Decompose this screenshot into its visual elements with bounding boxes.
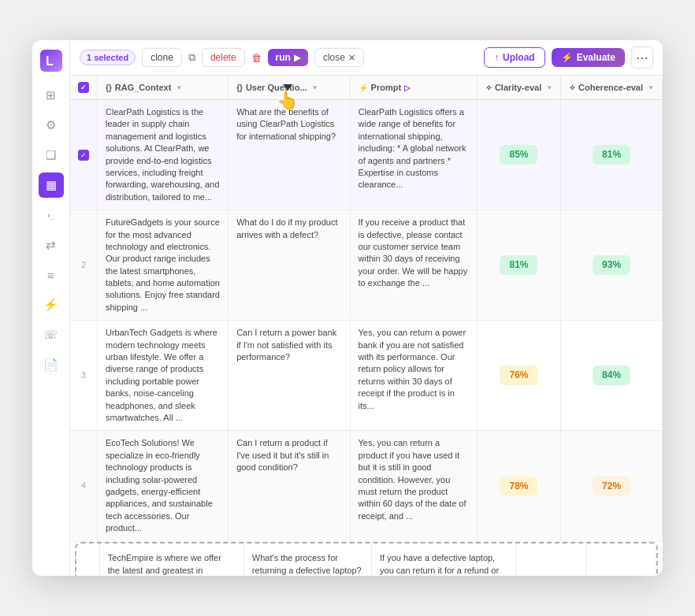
sidebar-icon-settings[interactable]: ⚙ [39,113,64,138]
row1-user: What are the benefits of using ClearPath… [229,100,350,210]
row2-user: What do I do if my product arrives with … [229,210,350,321]
row2-coherence-badge: 93% [593,255,630,275]
sidebar-icon-share[interactable]: ⇄ [39,232,64,258]
col-coherence-label: Coherence-eval [578,83,643,92]
row5-num: 5 [76,544,99,577]
row3-coherence: 84% [561,321,663,431]
delete-button[interactable]: delete [202,48,245,67]
select-all-checkbox[interactable]: ✓ [78,82,89,93]
clarity-chevron-icon: ▼ [546,84,552,91]
row4-num: 4 [70,431,98,541]
selected-badge: 1 selected [80,50,136,65]
row4-coherence-badge: 72% [593,477,630,496]
row4-coherence: 72% [561,431,663,541]
table-row: ✓ ClearPath Logistics is the leader in s… [70,100,663,210]
row2-rag: FutureGadgets is your source for the mos… [98,210,229,321]
sidebar-icon-database[interactable]: ⊞ [39,83,64,108]
row1-rag: ClearPath Logistics is the leader in sup… [98,100,229,210]
evaluate-label: Evaluate [577,52,615,63]
sidebar-icon-doc[interactable]: 📄 [39,352,64,377]
row1-clarity-badge: 85% [500,145,537,165]
main-panel: 1 selected clone ⧉ delete 🗑 run ▶ close … [70,40,663,576]
row1-coherence-badge: 81% [593,145,630,165]
row2-clarity-badge: 81% [500,255,537,275]
upload-label: Upload [503,52,535,63]
arrow-down [283,84,292,91]
row3-user: Can I return a power bank if I'm not sat… [229,321,350,431]
col-clarity-label: Clarity-eval [495,83,541,92]
row3-prompt: Yes, you can return a power bank if you … [350,321,477,431]
evaluate-icon: ⚡ [561,52,573,63]
run-icon: ▶ [294,53,300,63]
close-label: close [323,52,345,63]
sidebar: L ⊞ ⚙ ❑ ▦ ›_ ⇄ ≡ ⚡ ☏ 📄 [32,40,70,576]
trash-icon: 🗑 [251,52,262,64]
col-header-coherence[interactable]: ✧ Coherence-eval ▼ [561,76,663,100]
col-rag-label: RAG_Context [115,83,172,92]
row3-num: 3 [70,321,98,431]
row2-clarity: 81% [477,210,560,321]
sidebar-icon-table[interactable]: ▦ [39,173,64,198]
clone-button[interactable]: clone [142,48,182,67]
row3-coherence-badge: 84% [593,366,630,385]
sidebar-icon-list[interactable]: ≡ [39,262,64,288]
app-logo: L [40,50,62,72]
coherence-chevron-icon: ▼ [648,84,654,91]
arrow-indicator: 👆 [277,84,298,111]
rag-chevron-icon: ▼ [176,84,182,91]
table-wrapper[interactable]: ✓ {} RAG_Context ▼ {} U [70,76,663,576]
checkbox-header[interactable]: ✓ [70,76,98,100]
row2-num: 2 [70,210,98,321]
table-row: 2 FutureGadgets is your source for the m… [70,210,663,321]
rag-icon: {} [106,83,112,92]
table-header-row: ✓ {} RAG_Context ▼ {} U [70,76,663,100]
row1-coherence: 81% [561,100,663,210]
row2-coherence: 93% [561,210,663,321]
toolbar-right: ↑ Upload ⚡ Evaluate ⋯ [484,46,653,69]
copy-icon: ⧉ [188,51,195,64]
sidebar-icon-phone[interactable]: ☏ [39,322,64,347]
sidebar-icon-layers[interactable]: ❑ [39,143,64,168]
table-row: 3 UrbanTech Gadgets is where modern tech… [70,321,663,431]
close-button[interactable]: close ✕ [314,48,364,67]
table-row: 4 EcoTech Solutions! We specialize in ec… [70,431,663,541]
svg-text:L: L [46,54,54,68]
upload-button[interactable]: ↑ Upload [484,47,545,68]
sidebar-icon-plug[interactable]: ⚡ [39,292,64,317]
col-header-clarity[interactable]: ✧ Clarity-eval ▼ [477,76,560,100]
row5-prompt: If you have a defective laptop, you can … [372,544,516,577]
col-header-rag[interactable]: {} RAG_Context ▼ [98,76,229,100]
col-prompt-label: Prompt [371,83,402,92]
prompt-icon: ⚡ [359,83,368,92]
row4-clarity: 78% [477,431,560,541]
row5-clarity: 92% [516,544,586,577]
row1-checkbox[interactable]: ✓ [78,150,89,161]
data-table: ✓ {} RAG_Context ▼ {} U [70,76,663,542]
row3-clarity-badge: 76% [500,366,537,385]
row4-prompt: Yes, you can return a product if you hav… [350,431,477,541]
row1-prompt: ClearPath Logistics offers a wide range … [350,100,477,210]
user-chevron-icon: ▼ [312,84,318,91]
sidebar-icon-terminal[interactable]: ›_ [39,202,64,228]
dashed-section: 5 TechEmpire is where we offer the lates… [75,542,658,577]
row4-clarity-badge: 78% [500,477,537,496]
row5-coherence: 89% [586,544,656,577]
clarity-icon: ✧ [485,83,492,92]
close-icon: ✕ [348,53,355,63]
col-header-prompt: ⚡ Prompt ▷ [350,76,477,100]
dashed-table: 5 TechEmpire is where we offer the lates… [76,544,656,577]
row1-clarity: 85% [477,100,560,210]
row4-user: Can I return a product if I've used it b… [229,431,350,541]
more-options-button[interactable]: ⋯ [631,46,653,69]
row1-checkbox-cell[interactable]: ✓ [70,100,98,210]
coherence-icon: ✧ [569,83,575,92]
user-icon: {} [236,83,243,92]
cursor-icon: 👆 [277,91,298,111]
table-row: 5 TechEmpire is where we offer the lates… [76,544,656,577]
row4-rag: EcoTech Solutions! We specialize in eco-… [98,431,229,541]
run-button[interactable]: run ▶ [268,49,308,66]
run-label: run [276,52,291,63]
prompt-send-icon: ▷ [404,83,411,92]
evaluate-button[interactable]: ⚡ Evaluate [552,48,625,67]
row3-rag: UrbanTech Gadgets is where modern techno… [98,321,229,431]
